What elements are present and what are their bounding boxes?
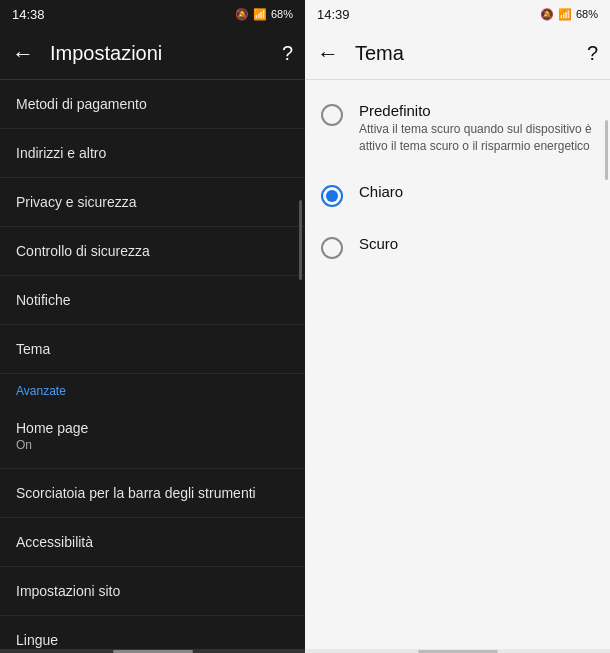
page-title-right: Tema [355, 42, 571, 65]
theme-option-predefinito[interactable]: Predefinito Attiva il tema scuro quando … [305, 88, 610, 169]
help-button-left[interactable]: ? [282, 42, 293, 65]
help-button-right[interactable]: ? [587, 42, 598, 65]
bottom-indicator-right [305, 649, 610, 653]
theme-title-predefinito: Predefinito [359, 102, 594, 119]
back-button-right[interactable]: ← [317, 43, 339, 65]
time-right: 14:39 [317, 7, 350, 22]
settings-label: Notifiche [16, 292, 289, 308]
status-bar-right: 14:39 🔕 📶 68% [305, 0, 610, 28]
radio-scuro[interactable] [321, 237, 343, 259]
theme-content-predefinito: Predefinito Attiva il tema scuro quando … [359, 102, 594, 155]
sidebar-item-metodi-pagamento[interactable]: Metodi di pagamento [0, 80, 305, 129]
settings-label: Scorciatoia per la barra degli strumenti [16, 485, 289, 501]
theme-content-chiaro: Chiaro [359, 183, 594, 200]
settings-label: Home page [16, 420, 289, 436]
sidebar-item-home-page[interactable]: Home page On [0, 404, 305, 469]
battery-right: 68% [576, 8, 598, 20]
settings-label: Metodi di pagamento [16, 96, 289, 112]
settings-label: Tema [16, 341, 289, 357]
settings-label: Indirizzi e altro [16, 145, 289, 161]
battery-left: 68% [271, 8, 293, 20]
settings-sublabel: On [16, 438, 289, 452]
settings-label: Controllo di sicurezza [16, 243, 289, 259]
signal-icon: 📶 [253, 8, 267, 21]
theme-list: Predefinito Attiva il tema scuro quando … [305, 80, 610, 649]
status-icons-left: 🔕 📶 68% [235, 8, 293, 21]
settings-label: Lingue [16, 632, 289, 648]
theme-title-chiaro: Chiaro [359, 183, 594, 200]
settings-list: Metodi di pagamento Indirizzi e altro Pr… [0, 80, 305, 649]
header-left: ← Impostazioni ? [0, 28, 305, 80]
mute-icon-right: 🔕 [540, 8, 554, 21]
page-title-left: Impostazioni [50, 42, 266, 65]
bottom-indicator-left [0, 649, 305, 653]
sidebar-item-accessibilita[interactable]: Accessibilità [0, 518, 305, 567]
bottom-bar-right [418, 650, 498, 653]
bottom-bar-left [113, 650, 193, 653]
settings-label: Privacy e sicurezza [16, 194, 289, 210]
theme-content-scuro: Scuro [359, 235, 594, 252]
left-scrollbar [299, 200, 302, 280]
settings-label: Accessibilità [16, 534, 289, 550]
radio-inner-chiaro [326, 190, 338, 202]
signal-icon-right: 📶 [558, 8, 572, 21]
time-left: 14:38 [12, 7, 45, 22]
sidebar-item-notifiche[interactable]: Notifiche [0, 276, 305, 325]
sidebar-item-privacy[interactable]: Privacy e sicurezza [0, 178, 305, 227]
radio-predefinito[interactable] [321, 104, 343, 126]
right-panel: 14:39 🔕 📶 68% ← Tema ? Predefinito Attiv… [305, 0, 610, 653]
status-icons-right: 🔕 📶 68% [540, 8, 598, 21]
sidebar-item-lingue[interactable]: Lingue [0, 616, 305, 649]
theme-desc-predefinito: Attiva il tema scuro quando sul disposit… [359, 121, 594, 155]
settings-label: Impostazioni sito [16, 583, 289, 599]
radio-chiaro[interactable] [321, 185, 343, 207]
left-panel: 14:38 🔕 📶 68% ← Impostazioni ? Metodi di… [0, 0, 305, 653]
theme-option-chiaro[interactable]: Chiaro [305, 169, 610, 221]
header-right: ← Tema ? [305, 28, 610, 80]
sidebar-item-indirizzi[interactable]: Indirizzi e altro [0, 129, 305, 178]
sidebar-item-controllo[interactable]: Controllo di sicurezza [0, 227, 305, 276]
mute-icon: 🔕 [235, 8, 249, 21]
advanced-section-label: Avanzate [0, 374, 305, 404]
sidebar-item-tema[interactable]: Tema [0, 325, 305, 374]
sidebar-item-scorciatoia[interactable]: Scorciatoia per la barra degli strumenti [0, 469, 305, 518]
right-scrollbar [605, 120, 608, 180]
status-bar-left: 14:38 🔕 📶 68% [0, 0, 305, 28]
theme-option-scuro[interactable]: Scuro [305, 221, 610, 273]
back-button-left[interactable]: ← [12, 43, 34, 65]
theme-title-scuro: Scuro [359, 235, 594, 252]
sidebar-item-impostazioni-sito[interactable]: Impostazioni sito [0, 567, 305, 616]
